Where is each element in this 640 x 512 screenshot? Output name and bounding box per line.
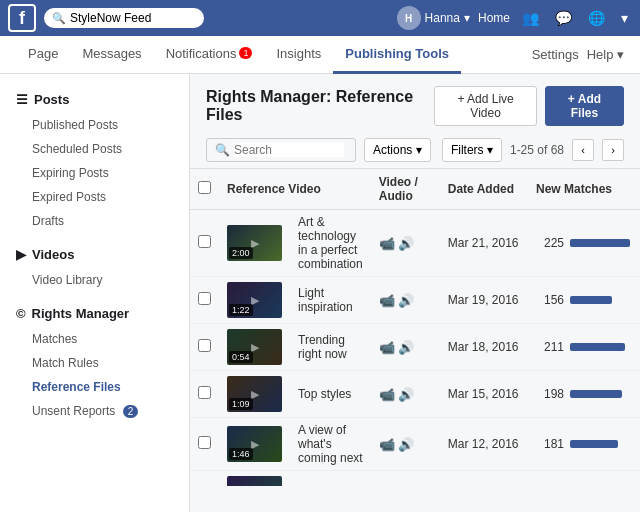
row-checkbox-3[interactable] bbox=[198, 386, 211, 399]
table-container: Reference Video Video / Audio Date Added… bbox=[190, 168, 640, 486]
global-search-bar[interactable]: 🔍 bbox=[44, 8, 204, 28]
table-row: ▶ 1:22 Light inspiration📹🔊Mar 19, 2016 1… bbox=[190, 277, 640, 324]
video-thumbnail: ▶ 1:22 bbox=[227, 282, 282, 318]
video-type-icon: 📹 bbox=[379, 293, 395, 308]
sidebar-item-expiring-posts[interactable]: Expiring Posts bbox=[0, 161, 189, 185]
user-dropdown-icon[interactable]: ▾ bbox=[464, 11, 470, 25]
select-all-checkbox[interactable] bbox=[198, 181, 211, 194]
friends-icon[interactable]: 👥 bbox=[518, 8, 543, 28]
account-menu-icon[interactable]: ▾ bbox=[617, 8, 632, 28]
next-page-button[interactable]: › bbox=[602, 139, 624, 161]
col-video-audio: Video / Audio bbox=[371, 169, 440, 210]
filters-button[interactable]: Filters ▾ bbox=[442, 138, 502, 162]
video-title: A view of what's coming next bbox=[298, 423, 363, 465]
sidebar-heading-videos[interactable]: ▶ Videos bbox=[0, 241, 189, 268]
audio-type-icon: 🔊 bbox=[398, 293, 414, 308]
tab-page[interactable]: Page bbox=[16, 36, 70, 74]
sidebar-section-videos: ▶ Videos Video Library bbox=[0, 241, 189, 292]
media-type-icons: 📹🔊 bbox=[379, 340, 432, 355]
video-thumbnail: ▶ 1:46 bbox=[227, 426, 282, 462]
nav-icons: 👥 💬 🌐 ▾ bbox=[518, 8, 632, 28]
add-files-button[interactable]: + Add Files bbox=[545, 86, 624, 126]
tab-publishing-tools[interactable]: Publishing Tools bbox=[333, 36, 461, 74]
date-added: Mar 18, 2016 bbox=[448, 340, 519, 354]
sidebar-heading-posts-label: Posts bbox=[34, 92, 69, 107]
prev-page-button[interactable]: ‹ bbox=[572, 139, 594, 161]
match-bar bbox=[570, 296, 612, 304]
video-type-icon: 📹 bbox=[379, 387, 395, 402]
sidebar-heading-videos-label: Videos bbox=[32, 247, 74, 262]
settings-link[interactable]: Settings bbox=[532, 47, 579, 62]
audio-type-icon: 🔊 bbox=[398, 387, 414, 402]
table-row: ▶ 0:54 Trending right now📹🔊Mar 18, 2016 … bbox=[190, 324, 640, 371]
row-checkbox-1[interactable] bbox=[198, 292, 211, 305]
global-search-input[interactable] bbox=[70, 11, 190, 25]
video-type-icon: 📹 bbox=[379, 340, 395, 355]
sidebar-item-drafts[interactable]: Drafts bbox=[0, 209, 189, 233]
match-bar-container: 156 bbox=[536, 293, 632, 307]
table-row: ▶ 2:11 Sneak peak📹🔊Mar 11, 2016 231 bbox=[190, 471, 640, 487]
table-row: ▶ 1:46 A view of what's coming next📹🔊Mar… bbox=[190, 418, 640, 471]
sidebar-item-matches[interactable]: Matches bbox=[0, 327, 189, 351]
help-link[interactable]: Help ▾ bbox=[587, 47, 624, 62]
date-added: Mar 19, 2016 bbox=[448, 293, 519, 307]
video-title: Art & technology in a perfect combinatio… bbox=[298, 215, 363, 271]
tab-insights[interactable]: Insights bbox=[264, 36, 333, 74]
sidebar-item-unsent-reports[interactable]: Unsent Reports 2 bbox=[0, 399, 189, 423]
row-checkbox-0[interactable] bbox=[198, 235, 211, 248]
search-icon: 🔍 bbox=[215, 143, 230, 157]
table-search-field[interactable]: 🔍 bbox=[206, 138, 356, 162]
match-bar-container: 198 bbox=[536, 387, 632, 401]
sub-navbar: Page Messages Notifications 1 Insights P… bbox=[0, 36, 640, 74]
search-icon: 🔍 bbox=[52, 12, 66, 25]
match-count: 225 bbox=[536, 236, 564, 250]
match-bar bbox=[570, 343, 625, 351]
top-navbar: f 🔍 H Hanna ▾ Home 👥 💬 🌐 ▾ bbox=[0, 0, 640, 36]
row-checkbox-4[interactable] bbox=[198, 436, 211, 449]
user-name: Hanna bbox=[425, 11, 460, 25]
video-duration: 1:46 bbox=[229, 448, 253, 460]
sidebar-item-match-rules[interactable]: Match Rules bbox=[0, 351, 189, 375]
facebook-logo: f bbox=[8, 4, 36, 32]
result-count: 1-25 of 68 bbox=[510, 143, 564, 157]
table-search-input[interactable] bbox=[234, 143, 344, 157]
sidebar-item-reference-files[interactable]: Reference Files bbox=[0, 375, 189, 399]
tab-notifications[interactable]: Notifications 1 bbox=[154, 36, 265, 74]
video-icon: ▶ bbox=[16, 247, 26, 262]
sidebar-item-video-library[interactable]: Video Library bbox=[0, 268, 189, 292]
sidebar: ☰ Posts Published Posts Scheduled Posts … bbox=[0, 74, 190, 512]
sidebar-item-published-posts[interactable]: Published Posts bbox=[0, 113, 189, 137]
reference-files-table: Reference Video Video / Audio Date Added… bbox=[190, 168, 640, 486]
video-duration: 0:54 bbox=[229, 351, 253, 363]
tab-messages[interactable]: Messages bbox=[70, 36, 153, 74]
col-reference-video: Reference Video bbox=[219, 169, 371, 210]
sidebar-section-posts: ☰ Posts Published Posts Scheduled Posts … bbox=[0, 86, 189, 233]
video-thumbnail: ▶ 1:09 bbox=[227, 376, 282, 412]
actions-button[interactable]: Actions ▾ bbox=[364, 138, 431, 162]
home-link[interactable]: Home bbox=[478, 11, 510, 25]
match-bar bbox=[570, 239, 630, 247]
media-type-icons: 📹🔊 bbox=[379, 293, 432, 308]
match-count: 181 bbox=[536, 437, 564, 451]
date-added: Mar 12, 2016 bbox=[448, 437, 519, 451]
sidebar-heading-rights-manager[interactable]: © Rights Manager bbox=[0, 300, 189, 327]
media-type-icons: 📹🔊 bbox=[379, 437, 432, 452]
add-live-video-button[interactable]: + Add Live Video bbox=[434, 86, 537, 126]
main-layout: ☰ Posts Published Posts Scheduled Posts … bbox=[0, 74, 640, 512]
match-count: 156 bbox=[536, 293, 564, 307]
nav-links: Home bbox=[478, 11, 510, 25]
copyright-icon: © bbox=[16, 306, 26, 321]
video-title: Top styles bbox=[298, 387, 351, 401]
date-added: Mar 21, 2016 bbox=[448, 236, 519, 250]
globe-icon[interactable]: 🌐 bbox=[584, 8, 609, 28]
match-bar-container: 181 bbox=[536, 437, 632, 451]
content-area: Rights Manager: Reference Files + Add Li… bbox=[190, 74, 640, 512]
sidebar-heading-posts[interactable]: ☰ Posts bbox=[0, 86, 189, 113]
user-account[interactable]: H Hanna ▾ bbox=[397, 6, 470, 30]
row-checkbox-2[interactable] bbox=[198, 339, 211, 352]
sidebar-heading-rights-manager-label: Rights Manager bbox=[32, 306, 130, 321]
sidebar-item-scheduled-posts[interactable]: Scheduled Posts bbox=[0, 137, 189, 161]
audio-type-icon: 🔊 bbox=[398, 340, 414, 355]
messages-icon[interactable]: 💬 bbox=[551, 8, 576, 28]
sidebar-item-expired-posts[interactable]: Expired Posts bbox=[0, 185, 189, 209]
